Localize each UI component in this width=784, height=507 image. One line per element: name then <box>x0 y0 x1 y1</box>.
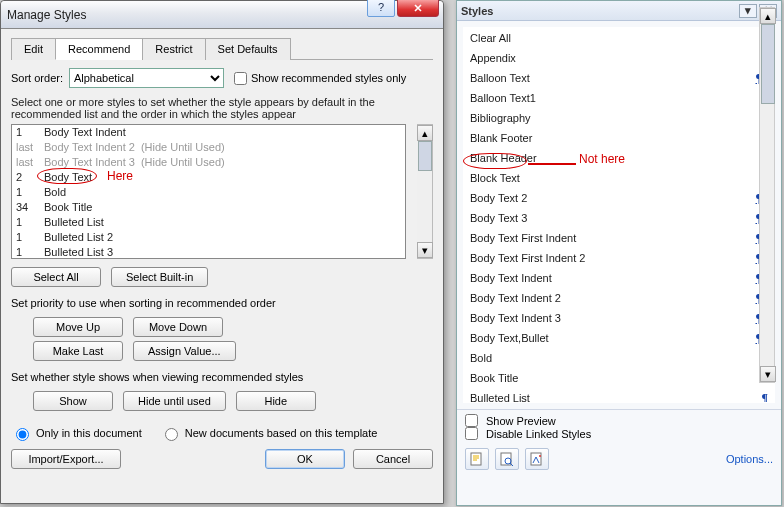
styles-pane-header: Styles ▾ ✕ <box>457 1 781 21</box>
pane-item-label: Clear All <box>470 32 768 44</box>
scroll-up-icon[interactable]: ▴ <box>417 125 433 141</box>
style-list-row[interactable]: 1Bulleted List <box>12 215 405 230</box>
styles-pane-item[interactable]: Bolda <box>464 348 774 368</box>
tab-recommend[interactable]: Recommend <box>55 38 143 60</box>
pane-item-label: Body Text 3 <box>470 212 756 224</box>
style-row-num: last <box>16 155 44 170</box>
close-button[interactable] <box>397 0 439 17</box>
manage-styles-button[interactable] <box>525 448 549 470</box>
styles-pane-item[interactable]: Body Text 3¶a <box>464 208 774 228</box>
show-preview-checkbox-label[interactable]: Show Preview <box>465 414 773 427</box>
instruction-text: Select one or more styles to set whether… <box>11 96 433 120</box>
style-row-name: Body Text Indent 3 <box>44 155 135 170</box>
show-recommended-checkbox[interactable] <box>234 72 247 85</box>
sort-order-select[interactable]: Alphabetical <box>69 68 224 88</box>
pane-item-label: Body Text Indent 2 <box>470 292 756 304</box>
styles-pane: Styles ▾ ✕ Clear AllAppendix¶Balloon Tex… <box>456 0 782 506</box>
style-list-row[interactable]: lastBody Text Indent 2(Hide Until Used) <box>12 140 405 155</box>
show-preview-checkbox[interactable] <box>465 414 478 427</box>
move-down-button[interactable]: Move Down <box>133 317 223 337</box>
disable-linked-checkbox-label[interactable]: Disable Linked Styles <box>465 427 773 440</box>
style-list-row[interactable]: 1Body Text Indent <box>12 125 405 140</box>
style-list[interactable]: 1Body Text IndentlastBody Text Indent 2(… <box>11 124 406 259</box>
pane-item-label: Bulleted List <box>470 392 762 403</box>
hide-button[interactable]: Hide <box>236 391 316 411</box>
pane-item-label: Body Text Indent 3 <box>470 312 756 324</box>
style-list-row[interactable]: 1Bulleted List 2 <box>12 230 405 245</box>
pane-scroll-thumb[interactable] <box>761 24 775 104</box>
styles-pane-item[interactable]: Body Text,Bullet¶a <box>464 328 774 348</box>
styles-pane-item[interactable]: Blank Header¶ <box>464 148 774 168</box>
select-builtin-button[interactable]: Select Built-in <box>111 267 208 287</box>
show-recommended-checkbox-label[interactable]: Show recommended styles only <box>234 72 406 85</box>
styles-pane-list[interactable]: Clear AllAppendix¶Balloon Text¶aBalloon … <box>463 27 775 403</box>
move-up-button[interactable]: Move Up <box>33 317 123 337</box>
pane-item-label: Balloon Text <box>470 72 756 84</box>
new-documents-radio[interactable] <box>165 428 178 441</box>
make-last-button[interactable]: Make Last <box>33 341 123 361</box>
style-row-name: Bold <box>44 185 66 200</box>
pane-scroll-down-icon[interactable]: ▾ <box>760 366 776 382</box>
styles-pane-item[interactable]: Balloon Text¶a <box>464 68 774 88</box>
svg-rect-4 <box>531 453 541 465</box>
cancel-button[interactable]: Cancel <box>353 449 433 469</box>
pane-item-label: Appendix <box>470 52 762 64</box>
styles-pane-item[interactable]: Body Text First Indent¶a <box>464 228 774 248</box>
show-button[interactable]: Show <box>33 391 113 411</box>
svg-text:?: ? <box>378 3 384 13</box>
scroll-down-icon[interactable]: ▾ <box>417 242 433 258</box>
style-list-container: 1Body Text IndentlastBody Text Indent 2(… <box>11 124 433 259</box>
pane-scroll-up-icon[interactable]: ▴ <box>760 8 776 24</box>
style-row-name: Book Title <box>44 200 92 215</box>
pane-item-label: Bold <box>470 352 762 364</box>
disable-linked-checkbox[interactable] <box>465 427 478 440</box>
styles-pane-item[interactable]: Body Text Indent¶a <box>464 268 774 288</box>
options-link[interactable]: Options... <box>726 453 773 465</box>
style-list-scrollbar[interactable]: ▴ ▾ <box>417 124 433 259</box>
styles-pane-item[interactable]: Bibliography¶ <box>464 108 774 128</box>
pane-item-label: Body Text First Indent <box>470 232 756 244</box>
help-button[interactable]: ? <box>367 0 395 17</box>
tab-set-defaults[interactable]: Set Defaults <box>205 38 291 60</box>
titlebar: Manage Styles ? <box>1 1 443 29</box>
styles-pane-item[interactable]: Appendix¶ <box>464 48 774 68</box>
only-this-document-radio-label[interactable]: Only in this document <box>11 425 142 441</box>
import-export-button[interactable]: Import/Export... <box>11 449 121 469</box>
styles-pane-item[interactable]: Blank Footer¶ <box>464 128 774 148</box>
style-list-row[interactable]: 2Body Text <box>12 170 405 185</box>
styles-pane-item[interactable]: Body Text Indent 3¶a <box>464 308 774 328</box>
style-row-num: 1 <box>16 215 44 230</box>
tab-edit[interactable]: Edit <box>11 38 56 60</box>
styles-pane-item[interactable]: Block Text¶ <box>464 168 774 188</box>
only-this-document-radio[interactable] <box>16 428 29 441</box>
style-row-num: 1 <box>16 185 44 200</box>
style-row-num: 1 <box>16 125 44 140</box>
styles-pane-item[interactable]: Book Titlea <box>464 368 774 388</box>
pane-menu-button[interactable]: ▾ <box>739 4 757 18</box>
pane-item-label: Body Text First Indent 2 <box>470 252 756 264</box>
style-list-row[interactable]: lastBody Text Indent 3(Hide Until Used) <box>12 155 405 170</box>
styles-pane-item[interactable]: Clear All <box>464 28 774 48</box>
style-list-row[interactable]: 1Bulleted List 3 <box>12 245 405 259</box>
tab-restrict[interactable]: Restrict <box>142 38 205 60</box>
style-row-num: 1 <box>16 245 44 259</box>
style-inspector-button[interactable] <box>495 448 519 470</box>
styles-pane-item[interactable]: Balloon Text1¶ <box>464 88 774 108</box>
styles-pane-item[interactable]: Body Text 2¶a <box>464 188 774 208</box>
pilcrow-icon: ¶ <box>762 391 768 404</box>
scroll-thumb[interactable] <box>418 141 432 171</box>
style-list-row[interactable]: 1Bold <box>12 185 405 200</box>
style-row-name: Body Text Indent <box>44 125 126 140</box>
new-documents-radio-label[interactable]: New documents based on this template <box>160 425 378 441</box>
ok-button[interactable]: OK <box>265 449 345 469</box>
styles-pane-item[interactable]: Body Text First Indent 2¶a <box>464 248 774 268</box>
select-all-button[interactable]: Select All <box>11 267 101 287</box>
styles-pane-item[interactable]: Bulleted List¶ <box>464 388 774 403</box>
hide-until-used-button[interactable]: Hide until used <box>123 391 226 411</box>
styles-pane-item[interactable]: Body Text Indent 2¶a <box>464 288 774 308</box>
styles-pane-scrollbar[interactable]: ▴ ▾ <box>759 7 775 383</box>
assign-value-button[interactable]: Assign Value... <box>133 341 236 361</box>
style-list-row[interactable]: 34Book Title <box>12 200 405 215</box>
sort-order-label: Sort order: <box>11 72 63 84</box>
new-style-button[interactable] <box>465 448 489 470</box>
